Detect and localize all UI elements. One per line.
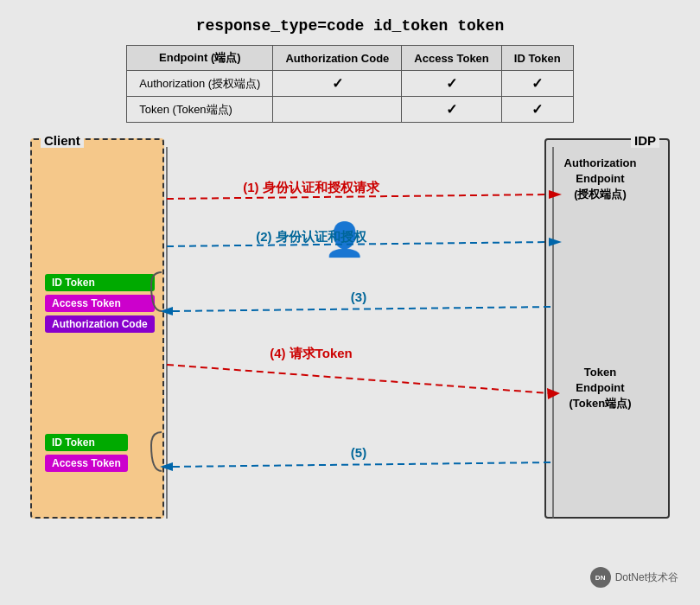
- table-row: Authorization (授权端点) ✓ ✓ ✓: [127, 71, 573, 97]
- table-container: Endpoint (端点) Authorization Code Access …: [22, 45, 678, 123]
- checkmark-5: ✓: [531, 102, 543, 117]
- checkmark-3: ✓: [531, 76, 543, 91]
- checkmark-4: ✓: [446, 102, 457, 117]
- step4-label: (4) 请求Token: [181, 346, 441, 362]
- id-token-badge-2: ID Token: [45, 434, 128, 451]
- client-box: Client ID Token Access Token Authorizati…: [30, 138, 164, 519]
- col-auth-code: Authorization Code: [273, 46, 402, 71]
- col-endpoint: Endpoint (端点): [127, 46, 273, 71]
- watermark-text: DotNet技术谷: [615, 570, 678, 585]
- row1-access: ✓: [402, 71, 501, 97]
- page-title: response_type=code id_token token: [22, 17, 678, 35]
- step2-label: (2) 身份认证和授权: [181, 229, 441, 245]
- checkmark-1: ✓: [332, 76, 343, 91]
- auth-code-badge: Authorization Code: [45, 315, 155, 333]
- auth-endpoint-label: AuthorizationEndpoint(授权端点): [546, 156, 654, 203]
- row1-endpoint: Authorization (授权端点): [127, 71, 273, 97]
- idp-label: IDP: [631, 133, 659, 148]
- endpoint-table: Endpoint (端点) Authorization Code Access …: [126, 45, 573, 123]
- main-container: response_type=code id_token token Endpoi…: [13, 9, 687, 596]
- table-row: Token (Token端点) ✓ ✓: [127, 97, 573, 123]
- access-token-badge-2: Access Token: [45, 455, 128, 472]
- row2-endpoint: Token (Token端点): [127, 97, 273, 123]
- row1-id: ✓: [501, 71, 573, 97]
- checkmark-2: ✓: [446, 76, 457, 91]
- row2-access: ✓: [402, 97, 501, 123]
- step1-label: (1) 身份认证和授权请求: [181, 180, 441, 196]
- client-label: Client: [41, 133, 84, 148]
- row2-auth-code: [273, 97, 402, 123]
- svg-line-6: [173, 307, 550, 311]
- col-id-token: ID Token: [501, 46, 573, 71]
- token-endpoint-label: TokenEndpoint(Token端点): [546, 365, 654, 412]
- sequence-diagram: Client ID Token Access Token Authorizati…: [22, 138, 678, 536]
- step3-label: (3): [229, 290, 488, 304]
- token-stack-2: ID Token Access Token: [45, 434, 128, 472]
- dotnet-icon: DN: [590, 567, 611, 588]
- row2-id: ✓: [501, 97, 573, 123]
- watermark: DN DotNet技术谷: [590, 567, 678, 588]
- col-access-token: Access Token: [402, 46, 501, 71]
- token-stack-1: ID Token Access Token Authorization Code: [45, 274, 155, 333]
- idp-box: IDP AuthorizationEndpoint(授权端点) TokenEnd…: [544, 138, 670, 519]
- svg-line-10: [173, 462, 550, 467]
- step5-label: (5): [229, 445, 488, 460]
- svg-line-8: [167, 365, 549, 393]
- access-token-badge-1: Access Token: [45, 295, 155, 312]
- row1-auth-code: ✓: [273, 71, 402, 97]
- id-token-badge-1: ID Token: [45, 274, 155, 291]
